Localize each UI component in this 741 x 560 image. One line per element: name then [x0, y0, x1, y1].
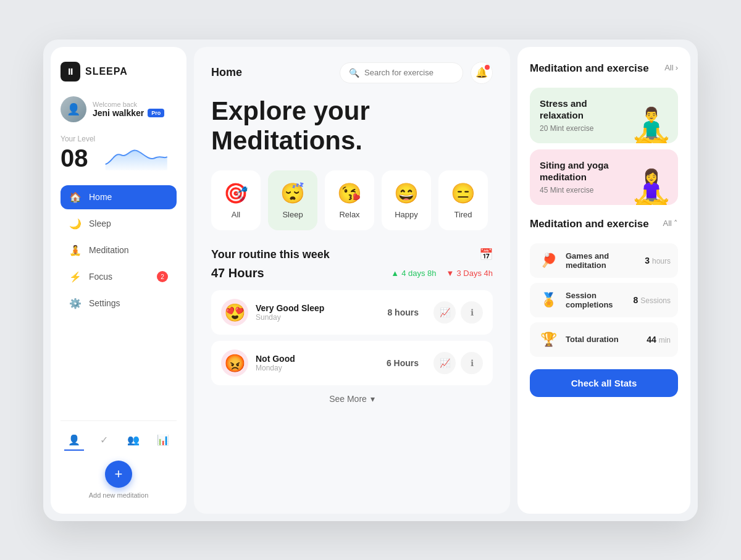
- entry-info-btn-1[interactable]: ℹ: [461, 352, 483, 374]
- search-input[interactable]: [364, 68, 454, 77]
- settings-icon: ⚙️: [69, 298, 82, 309]
- entry-trend-btn-1[interactable]: 📈: [433, 352, 456, 374]
- mood-label-tired: Tired: [454, 210, 472, 219]
- stat-icon-1: 🏅: [537, 289, 559, 311]
- sleep-entries: 😍 Very Good Sleep Sunday 8 hours 📈 ℹ 😡 N…: [211, 290, 493, 385]
- see-more-button[interactable]: See More ▾: [211, 394, 493, 404]
- logo-text: SLEEPA: [85, 66, 128, 77]
- stat-name-0: Games and meditation: [566, 251, 638, 270]
- chevron-up-icon: ˄: [674, 219, 678, 228]
- entry-info-1: Not Good Monday: [256, 354, 379, 372]
- stats-list: 🏓 Games and meditation 3 hours 🏅 Session…: [530, 243, 678, 357]
- mood-label-relax: Relax: [339, 210, 359, 219]
- stat-down: ▼ 3 Days 4h: [446, 269, 493, 278]
- stat-info-1: Session completions: [566, 291, 627, 309]
- mood-card-happy[interactable]: 😄 Happy: [382, 170, 431, 230]
- check-all-stats-button[interactable]: Check all Stats: [530, 369, 678, 397]
- level-chart: [96, 146, 177, 170]
- card-title-1: Siting and yoga meditation: [540, 159, 614, 183]
- nav-item-focus[interactable]: ⚡ Focus 2: [61, 265, 177, 289]
- mood-label-sleep: Sleep: [282, 210, 303, 219]
- chevron-right-icon: ›: [676, 63, 678, 72]
- bottom-icon-2[interactable]: ✓: [94, 431, 114, 451]
- entry-info-btn-0[interactable]: ℹ: [461, 301, 483, 324]
- stat-info-2: Total duration: [566, 335, 640, 344]
- see-more-label: See More: [329, 394, 367, 404]
- routine-title: Your routine this week: [211, 248, 330, 261]
- right-panel: Meditation and exercise All › Stress and…: [517, 47, 690, 514]
- nav-label-meditation: Meditation: [89, 245, 129, 255]
- entry-name-0: Very Good Sleep: [256, 303, 380, 313]
- stat-unit-1: Sessions: [640, 296, 671, 305]
- stat-name-1: Session completions: [566, 291, 627, 309]
- panel-section1-header: Meditation and exercise All ›: [530, 62, 678, 75]
- mood-card-sleep[interactable]: 😴 Sleep: [268, 170, 317, 230]
- level-row: 08: [61, 146, 177, 170]
- welcome-text: Welcome back: [93, 101, 164, 108]
- entry-emoji-0: 😍: [221, 299, 248, 326]
- entry-day-0: Sunday: [256, 313, 380, 322]
- mood-card-relax[interactable]: 😘 Relax: [325, 170, 374, 230]
- focus-badge: 2: [157, 271, 168, 282]
- home-icon: 🏠: [69, 191, 82, 203]
- user-section: 👤 Welcome back Jeni walkker Pro: [61, 96, 177, 122]
- stat-info-0: Games and meditation: [566, 251, 638, 270]
- stat-value-0: 3 hours: [645, 256, 671, 265]
- user-name: Jeni walkker Pro: [93, 108, 164, 118]
- stat-unit-2: min: [659, 336, 671, 345]
- mood-card-tired[interactable]: 😑 Tired: [438, 170, 488, 230]
- nav-label-sleep: Sleep: [89, 219, 111, 228]
- level-number: 08: [61, 146, 88, 170]
- sidebar: ⏸ SLEEPA 👤 Welcome back Jeni walkker Pro…: [51, 47, 186, 514]
- nav-item-settings[interactable]: ⚙️ Settings: [61, 291, 177, 316]
- user-info: Welcome back Jeni walkker Pro: [93, 101, 164, 118]
- meditation-icon: 🧘: [69, 244, 82, 256]
- avatar: 👤: [61, 96, 86, 122]
- header-right: 🔍 🔔: [340, 62, 493, 84]
- logo-area: ⏸ SLEEPA: [61, 62, 177, 81]
- exercise-card-0[interactable]: Stress and relaxation 20 Mint exercise 🧘…: [530, 88, 678, 143]
- hero-title: Explore your Meditations.: [211, 96, 493, 156]
- mood-label-all: All: [232, 210, 240, 219]
- mood-card-all[interactable]: 🎯 All: [211, 170, 261, 230]
- nav-menu: 🏠 Home 🌙 Sleep 🧘 Meditation ⚡ Focus 2 ⚙️…: [61, 185, 177, 416]
- tired-emoji: 😑: [451, 182, 475, 205]
- panel-section2-all-link[interactable]: All ˄: [663, 219, 678, 228]
- nav-label-settings: Settings: [89, 298, 120, 308]
- nav-item-home[interactable]: 🏠 Home: [61, 185, 177, 209]
- all-emoji: 🎯: [224, 182, 248, 205]
- bottom-icon-1[interactable]: 👤: [64, 431, 84, 451]
- entry-info-0: Very Good Sleep Sunday: [256, 303, 380, 322]
- exercise-cards: Stress and relaxation 20 Mint exercise 🧘…: [530, 88, 678, 205]
- panel-section1-all-link[interactable]: All ›: [664, 63, 678, 72]
- routine-section: Your routine this week 📅 47 Hours ▲ 4 da…: [211, 248, 493, 404]
- mood-label-happy: Happy: [395, 210, 418, 219]
- nav-item-meditation[interactable]: 🧘 Meditation: [61, 238, 177, 262]
- bottom-icon-3[interactable]: 👥: [124, 431, 143, 451]
- stat-name-2: Total duration: [566, 335, 640, 344]
- nav-item-sleep[interactable]: 🌙 Sleep: [61, 212, 177, 236]
- entry-emoji-1: 😡: [221, 349, 248, 377]
- exercise-card-1[interactable]: Siting and yoga meditation 45 Mint exerc…: [530, 149, 678, 205]
- stat-item-2: 🏆 Total duration 44 min: [530, 322, 678, 357]
- stat-item-1: 🏅 Session completions 8 Sessions: [530, 283, 678, 317]
- stat-icon-2: 🏆: [537, 328, 559, 351]
- level-label: Your Level: [61, 135, 177, 143]
- card-title-0: Stress and relaxation: [540, 98, 614, 122]
- calendar-icon[interactable]: 📅: [479, 248, 493, 261]
- add-meditation-button[interactable]: +: [105, 461, 132, 488]
- stat-item-0: 🏓 Games and meditation 3 hours: [530, 243, 678, 278]
- entry-trend-btn-0[interactable]: 📈: [433, 301, 456, 324]
- bottom-icons: 👤 ✓ 👥 📊: [61, 426, 177, 456]
- happy-emoji: 😄: [394, 182, 419, 205]
- bottom-icon-4[interactable]: 📊: [153, 431, 173, 451]
- notification-button[interactable]: 🔔: [471, 62, 493, 84]
- add-meditation-label: Add new meditation: [89, 491, 149, 499]
- notification-dot: [485, 65, 490, 70]
- stat-icon-0: 🏓: [537, 249, 559, 272]
- stat-value-1: 8 Sessions: [634, 295, 671, 305]
- entry-day-1: Monday: [256, 364, 379, 372]
- card-figure-1: 🧘‍♀️: [630, 170, 673, 205]
- search-bar[interactable]: 🔍: [340, 62, 463, 83]
- entry-hours-0: 8 hours: [387, 307, 419, 317]
